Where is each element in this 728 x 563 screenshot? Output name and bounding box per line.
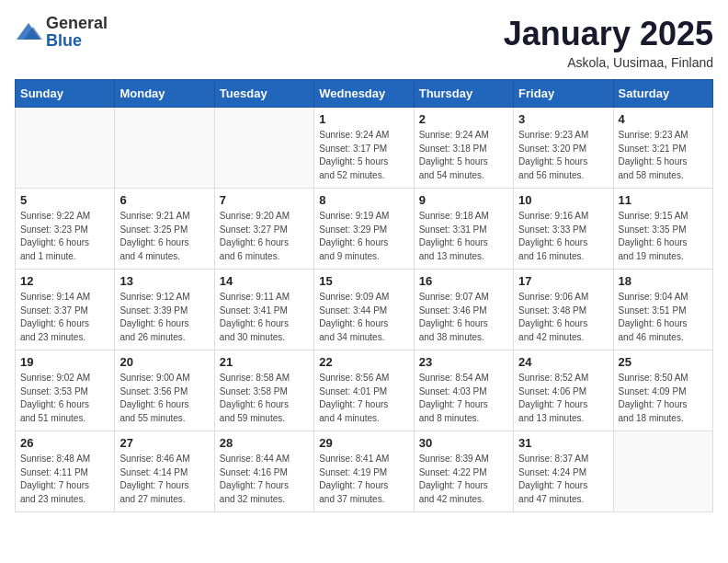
- day-number: 25: [619, 355, 708, 369]
- logo: General Blue: [15, 15, 108, 50]
- day-info: Sunrise: 9:24 AM Sunset: 3:18 PM Dayligh…: [419, 129, 508, 182]
- day-number: 20: [119, 355, 209, 369]
- day-number: 31: [518, 436, 608, 450]
- calendar-table: SundayMondayTuesdayWednesdayThursdayFrid…: [15, 79, 713, 512]
- day-of-week-header: Tuesday: [214, 80, 313, 108]
- logo-text-general: General: [46, 14, 108, 32]
- day-number: 4: [619, 112, 708, 126]
- day-info: Sunrise: 9:00 AM Sunset: 3:56 PM Dayligh…: [119, 372, 209, 425]
- logo-icon: [15, 21, 42, 43]
- day-number: 27: [119, 436, 209, 450]
- location-subtitle: Askola, Uusimaa, Finland: [504, 55, 713, 70]
- day-info: Sunrise: 9:15 AM Sunset: 3:35 PM Dayligh…: [619, 210, 708, 263]
- calendar-week-row: 26Sunrise: 8:48 AM Sunset: 4:11 PM Dayli…: [16, 431, 713, 512]
- calendar-day-cell: [16, 108, 115, 189]
- calendar-day-cell: 30Sunrise: 8:39 AM Sunset: 4:22 PM Dayli…: [414, 431, 513, 512]
- day-info: Sunrise: 9:16 AM Sunset: 3:33 PM Dayligh…: [518, 210, 608, 263]
- calendar-day-cell: 4Sunrise: 9:23 AM Sunset: 3:21 PM Daylig…: [613, 108, 712, 189]
- calendar-day-cell: 5Sunrise: 9:22 AM Sunset: 3:23 PM Daylig…: [16, 189, 115, 270]
- calendar-day-cell: 2Sunrise: 9:24 AM Sunset: 3:18 PM Daylig…: [414, 108, 513, 189]
- day-number: 28: [220, 436, 309, 450]
- day-info: Sunrise: 8:41 AM Sunset: 4:19 PM Dayligh…: [319, 453, 408, 506]
- day-number: 12: [20, 274, 109, 288]
- calendar-day-cell: [214, 108, 313, 189]
- logo-text-blue: Blue: [46, 31, 82, 50]
- day-info: Sunrise: 9:18 AM Sunset: 3:31 PM Dayligh…: [419, 210, 508, 263]
- day-of-week-header: Friday: [514, 80, 613, 108]
- calendar-day-cell: 1Sunrise: 9:24 AM Sunset: 3:17 PM Daylig…: [314, 108, 414, 189]
- day-info: Sunrise: 8:52 AM Sunset: 4:06 PM Dayligh…: [518, 372, 608, 425]
- calendar-week-row: 5Sunrise: 9:22 AM Sunset: 3:23 PM Daylig…: [16, 189, 713, 270]
- calendar-week-row: 12Sunrise: 9:14 AM Sunset: 3:37 PM Dayli…: [16, 270, 713, 350]
- calendar-day-cell: 15Sunrise: 9:09 AM Sunset: 3:44 PM Dayli…: [314, 270, 414, 350]
- calendar-day-cell: 11Sunrise: 9:15 AM Sunset: 3:35 PM Dayli…: [613, 189, 712, 270]
- day-info: Sunrise: 9:07 AM Sunset: 3:46 PM Dayligh…: [419, 291, 508, 344]
- day-number: 22: [319, 355, 408, 369]
- calendar-day-cell: 28Sunrise: 8:44 AM Sunset: 4:16 PM Dayli…: [214, 431, 313, 512]
- day-number: 6: [119, 193, 209, 207]
- calendar-day-cell: 17Sunrise: 9:06 AM Sunset: 3:48 PM Dayli…: [514, 270, 613, 350]
- day-number: 16: [419, 274, 508, 288]
- calendar-day-cell: 25Sunrise: 8:50 AM Sunset: 4:09 PM Dayli…: [613, 350, 712, 431]
- day-info: Sunrise: 8:48 AM Sunset: 4:11 PM Dayligh…: [20, 453, 109, 506]
- day-info: Sunrise: 9:21 AM Sunset: 3:25 PM Dayligh…: [119, 210, 209, 263]
- calendar-day-cell: 22Sunrise: 8:56 AM Sunset: 4:01 PM Dayli…: [314, 350, 414, 431]
- day-info: Sunrise: 8:50 AM Sunset: 4:09 PM Dayligh…: [619, 372, 708, 425]
- day-info: Sunrise: 9:24 AM Sunset: 3:17 PM Dayligh…: [319, 129, 408, 182]
- day-number: 8: [319, 193, 408, 207]
- day-info: Sunrise: 9:23 AM Sunset: 3:20 PM Dayligh…: [518, 129, 608, 182]
- calendar-day-cell: 18Sunrise: 9:04 AM Sunset: 3:51 PM Dayli…: [613, 270, 712, 350]
- day-number: 23: [419, 355, 508, 369]
- title-section: January 2025 Askola, Uusimaa, Finland: [504, 15, 713, 70]
- day-info: Sunrise: 9:04 AM Sunset: 3:51 PM Dayligh…: [619, 291, 708, 344]
- day-of-week-header: Sunday: [16, 80, 115, 108]
- day-of-week-header: Saturday: [613, 80, 712, 108]
- day-info: Sunrise: 9:19 AM Sunset: 3:29 PM Dayligh…: [319, 210, 408, 263]
- calendar-day-cell: 27Sunrise: 8:46 AM Sunset: 4:14 PM Dayli…: [115, 431, 214, 512]
- day-info: Sunrise: 8:58 AM Sunset: 3:58 PM Dayligh…: [220, 372, 309, 425]
- day-number: 26: [20, 436, 109, 450]
- calendar-header-row: SundayMondayTuesdayWednesdayThursdayFrid…: [16, 80, 713, 108]
- calendar-day-cell: 8Sunrise: 9:19 AM Sunset: 3:29 PM Daylig…: [314, 189, 414, 270]
- day-number: 29: [319, 436, 408, 450]
- day-info: Sunrise: 9:12 AM Sunset: 3:39 PM Dayligh…: [119, 291, 209, 344]
- day-number: 21: [220, 355, 309, 369]
- calendar-day-cell: 20Sunrise: 9:00 AM Sunset: 3:56 PM Dayli…: [115, 350, 214, 431]
- day-number: 3: [518, 112, 608, 126]
- day-info: Sunrise: 9:06 AM Sunset: 3:48 PM Dayligh…: [518, 291, 608, 344]
- calendar-day-cell: 24Sunrise: 8:52 AM Sunset: 4:06 PM Dayli…: [514, 350, 613, 431]
- calendar-day-cell: 13Sunrise: 9:12 AM Sunset: 3:39 PM Dayli…: [115, 270, 214, 350]
- calendar-day-cell: 6Sunrise: 9:21 AM Sunset: 3:25 PM Daylig…: [115, 189, 214, 270]
- day-number: 18: [619, 274, 708, 288]
- day-number: 1: [319, 112, 408, 126]
- day-of-week-header: Monday: [115, 80, 214, 108]
- day-number: 13: [119, 274, 209, 288]
- day-number: 17: [518, 274, 608, 288]
- day-info: Sunrise: 9:23 AM Sunset: 3:21 PM Dayligh…: [619, 129, 708, 182]
- calendar-day-cell: [613, 431, 712, 512]
- day-info: Sunrise: 9:02 AM Sunset: 3:53 PM Dayligh…: [20, 372, 109, 425]
- day-number: 11: [619, 193, 708, 207]
- day-info: Sunrise: 9:22 AM Sunset: 3:23 PM Dayligh…: [20, 210, 109, 263]
- day-info: Sunrise: 9:09 AM Sunset: 3:44 PM Dayligh…: [319, 291, 408, 344]
- day-info: Sunrise: 9:14 AM Sunset: 3:37 PM Dayligh…: [20, 291, 109, 344]
- day-number: 9: [419, 193, 508, 207]
- day-number: 7: [220, 193, 309, 207]
- day-number: 24: [518, 355, 608, 369]
- day-number: 30: [419, 436, 508, 450]
- day-info: Sunrise: 9:11 AM Sunset: 3:41 PM Dayligh…: [220, 291, 309, 344]
- calendar-day-cell: 26Sunrise: 8:48 AM Sunset: 4:11 PM Dayli…: [16, 431, 115, 512]
- day-info: Sunrise: 8:56 AM Sunset: 4:01 PM Dayligh…: [319, 372, 408, 425]
- day-of-week-header: Thursday: [414, 80, 513, 108]
- day-info: Sunrise: 9:20 AM Sunset: 3:27 PM Dayligh…: [220, 210, 309, 263]
- page-header: General Blue January 2025 Askola, Uusima…: [15, 15, 713, 70]
- calendar-day-cell: 10Sunrise: 9:16 AM Sunset: 3:33 PM Dayli…: [514, 189, 613, 270]
- day-info: Sunrise: 8:37 AM Sunset: 4:24 PM Dayligh…: [518, 453, 608, 506]
- calendar-day-cell: 16Sunrise: 9:07 AM Sunset: 3:46 PM Dayli…: [414, 270, 513, 350]
- calendar-day-cell: 12Sunrise: 9:14 AM Sunset: 3:37 PM Dayli…: [16, 270, 115, 350]
- day-number: 15: [319, 274, 408, 288]
- calendar-day-cell: 21Sunrise: 8:58 AM Sunset: 3:58 PM Dayli…: [214, 350, 313, 431]
- calendar-day-cell: 14Sunrise: 9:11 AM Sunset: 3:41 PM Dayli…: [214, 270, 313, 350]
- calendar-day-cell: 9Sunrise: 9:18 AM Sunset: 3:31 PM Daylig…: [414, 189, 513, 270]
- month-title: January 2025: [504, 15, 713, 53]
